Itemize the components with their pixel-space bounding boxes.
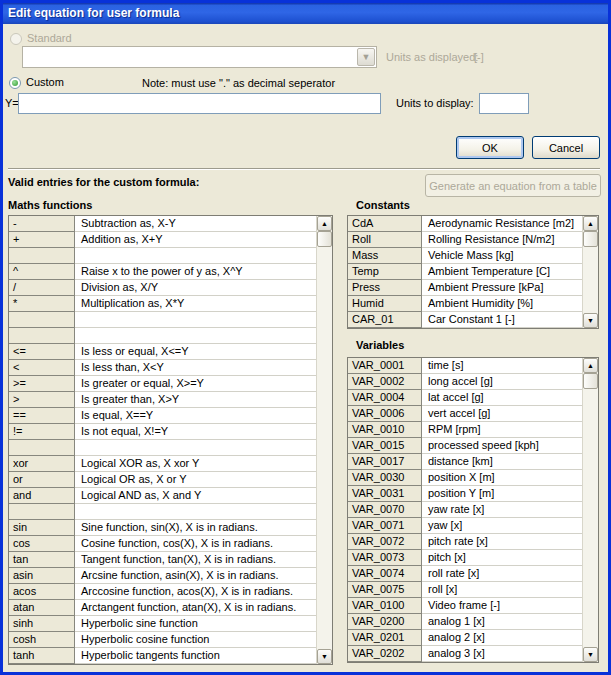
variable-key-cell[interactable]: VAR_0073	[348, 550, 422, 566]
variable-key-cell[interactable]: VAR_0071	[348, 518, 422, 534]
constant-desc-cell[interactable]: Car Constant 1 [-]	[422, 312, 582, 328]
table-row[interactable]: Humid Ambient Humidity [%]	[348, 296, 582, 312]
formula-input[interactable]	[18, 93, 381, 114]
table-row[interactable]	[9, 440, 316, 456]
table-row[interactable]: VAR_0006 vert accel [g]	[348, 406, 582, 422]
scroll-up-button[interactable]: ▲	[317, 216, 332, 231]
variable-key-cell[interactable]: VAR_0202	[348, 646, 422, 662]
scroll-up-button[interactable]: ▲	[583, 216, 598, 231]
function-desc-cell[interactable]	[75, 312, 316, 328]
table-row[interactable]: tan Tangent function, tan(X), X is in ra…	[9, 552, 316, 568]
variable-key-cell[interactable]: VAR_0070	[348, 502, 422, 518]
table-row[interactable]: VAR_0075 roll [x]	[348, 582, 582, 598]
function-desc-cell[interactable]: Multiplication as, X*Y	[75, 296, 316, 312]
table-row[interactable]: VAR_0201 analog 2 [x]	[348, 630, 582, 646]
variable-key-cell[interactable]: VAR_0031	[348, 486, 422, 502]
variable-desc-cell[interactable]: processed speed [kph]	[422, 438, 582, 454]
table-row[interactable]: xor Logical XOR as, X xor Y	[9, 456, 316, 472]
function-desc-cell[interactable]: Raise x to the power of y as, X^Y	[75, 264, 316, 280]
table-row[interactable]: VAR_0017 distance [km]	[348, 454, 582, 470]
constant-desc-cell[interactable]: Ambient Pressure [kPa]	[422, 280, 582, 296]
variable-desc-cell[interactable]: analog 1 [x]	[422, 614, 582, 630]
function-desc-cell[interactable]: Addition as, X+Y	[75, 232, 316, 248]
table-row[interactable]: * Multiplication as, X*Y	[9, 296, 316, 312]
scroll-down-button[interactable]: ▼	[583, 647, 598, 662]
scrollbar-thumb[interactable]	[583, 373, 598, 389]
function-key-cell[interactable]: cos	[9, 536, 75, 552]
table-row[interactable]: sin Sine function, sin(X), X is in radia…	[9, 520, 316, 536]
variable-key-cell[interactable]: VAR_0002	[348, 374, 422, 390]
variable-desc-cell[interactable]: yaw rate [x]	[422, 502, 582, 518]
variable-key-cell[interactable]: VAR_0074	[348, 566, 422, 582]
function-key-cell[interactable]: >=	[9, 376, 75, 392]
function-key-cell[interactable]: +	[9, 232, 75, 248]
table-row[interactable]: VAR_0015 processed speed [kph]	[348, 438, 582, 454]
variable-desc-cell[interactable]: pitch rate [x]	[422, 534, 582, 550]
table-row[interactable]: VAR_0074 roll rate [x]	[348, 566, 582, 582]
scrollbar-track[interactable]	[583, 247, 598, 313]
table-row[interactable]: and Logical AND as, X and Y	[9, 488, 316, 504]
table-row[interactable]: VAR_0031 position Y [m]	[348, 486, 582, 502]
function-desc-cell[interactable]	[75, 440, 316, 456]
table-row[interactable]: CdA Aerodynamic Resistance [m2]	[348, 216, 582, 232]
table-row[interactable]: VAR_0200 analog 1 [x]	[348, 614, 582, 630]
variable-key-cell[interactable]: VAR_0015	[348, 438, 422, 454]
constant-key-cell[interactable]: CdA	[348, 216, 422, 232]
table-row[interactable]: cosh Hyperbolic cosine function	[9, 632, 316, 648]
table-row[interactable]: Temp Ambient Temperature [C]	[348, 264, 582, 280]
function-desc-cell[interactable]: Logical OR as, X or Y	[75, 472, 316, 488]
table-row[interactable]: VAR_0010 RPM [rpm]	[348, 422, 582, 438]
variable-desc-cell[interactable]: position X [m]	[422, 470, 582, 486]
table-row[interactable]: sinh Hyperbolic sine function	[9, 616, 316, 632]
constant-key-cell[interactable]: Humid	[348, 296, 422, 312]
function-key-cell[interactable]	[9, 248, 75, 264]
table-row[interactable]: Press Ambient Pressure [kPa]	[348, 280, 582, 296]
function-key-cell[interactable]: acos	[9, 584, 75, 600]
function-desc-cell[interactable]	[75, 328, 316, 344]
variable-key-cell[interactable]: VAR_0030	[348, 470, 422, 486]
function-desc-cell[interactable]: Arctangent function, atan(X), X is in ra…	[75, 600, 316, 616]
table-row[interactable]: - Subtraction as, X-Y	[9, 216, 316, 232]
function-key-cell[interactable]: <	[9, 360, 75, 376]
constant-key-cell[interactable]: Temp	[348, 264, 422, 280]
table-row[interactable]: Roll Rolling Resistance [N/m2]	[348, 232, 582, 248]
function-desc-cell[interactable]: Logical XOR as, X xor Y	[75, 456, 316, 472]
variable-key-cell[interactable]: VAR_0075	[348, 582, 422, 598]
variable-key-cell[interactable]: VAR_0072	[348, 534, 422, 550]
function-key-cell[interactable]: -	[9, 216, 75, 232]
constants-scrollbar[interactable]: ▲ ▼	[582, 216, 598, 328]
table-row[interactable]: VAR_0071 yaw [x]	[348, 518, 582, 534]
variable-key-cell[interactable]: VAR_0001	[348, 358, 422, 374]
variables-scrollbar[interactable]: ▲ ▼	[582, 358, 598, 662]
table-row[interactable]: / Division as, X/Y	[9, 280, 316, 296]
table-row[interactable]: cos Cosine function, cos(X), X is in rad…	[9, 536, 316, 552]
table-row[interactable]: VAR_0002 long accel [g]	[348, 374, 582, 390]
constant-key-cell[interactable]: CAR_01	[348, 312, 422, 328]
function-desc-cell[interactable]: Sine function, sin(X), X is in radians.	[75, 520, 316, 536]
function-key-cell[interactable]: >	[9, 392, 75, 408]
function-desc-cell[interactable]: Arcsine function, asin(X), X is in radia…	[75, 568, 316, 584]
variable-key-cell[interactable]: VAR_0017	[348, 454, 422, 470]
table-row[interactable]: VAR_0001 time [s]	[348, 358, 582, 374]
scrollbar-track[interactable]	[583, 389, 598, 647]
function-desc-cell[interactable]: Tangent function, tan(X), X is in radian…	[75, 552, 316, 568]
variable-key-cell[interactable]: VAR_0006	[348, 406, 422, 422]
table-row[interactable]: == Is equal, X==Y	[9, 408, 316, 424]
table-row[interactable]: ^ Raise x to the power of y as, X^Y	[9, 264, 316, 280]
function-key-cell[interactable]: tanh	[9, 648, 75, 664]
table-row[interactable]: or Logical OR as, X or Y	[9, 472, 316, 488]
function-desc-cell[interactable]	[75, 504, 316, 520]
table-row[interactable]: <= Is less or equal, X<=Y	[9, 344, 316, 360]
table-row[interactable]: < Is less than, X<Y	[9, 360, 316, 376]
function-key-cell[interactable]: *	[9, 296, 75, 312]
table-row[interactable]: VAR_0202 analog 3 [x]	[348, 646, 582, 662]
scrollbar-thumb[interactable]	[583, 231, 598, 247]
function-key-cell[interactable]: /	[9, 280, 75, 296]
custom-radio[interactable]	[9, 77, 21, 89]
table-row[interactable]: tanh Hyperbolic tangents function	[9, 648, 316, 664]
table-row[interactable]: VAR_0073 pitch [x]	[348, 550, 582, 566]
variable-desc-cell[interactable]: position Y [m]	[422, 486, 582, 502]
table-row[interactable]: VAR_0030 position X [m]	[348, 470, 582, 486]
table-row[interactable]	[9, 328, 316, 344]
table-row[interactable]: asin Arcsine function, asin(X), X is in …	[9, 568, 316, 584]
